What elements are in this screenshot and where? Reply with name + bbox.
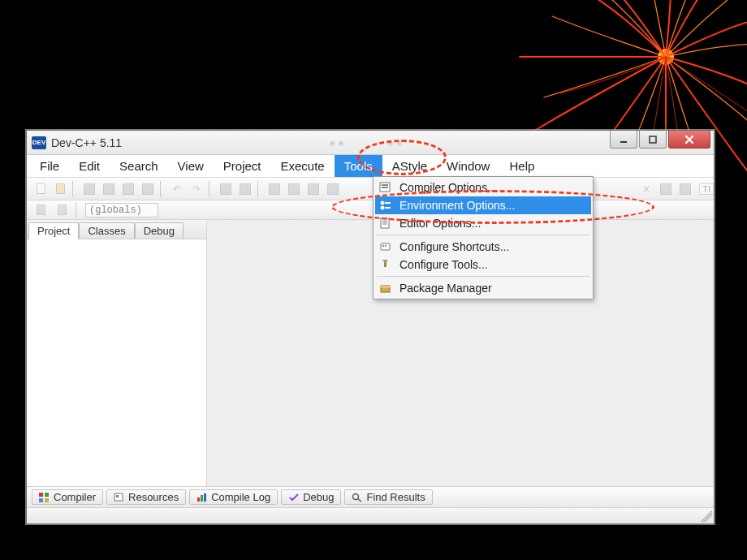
- toolbar-button[interactable]: [217, 181, 235, 197]
- bottom-tab-find-results[interactable]: Find Results: [344, 489, 432, 505]
- toolbar-button[interactable]: [657, 181, 675, 197]
- toolbar-button[interactable]: [324, 181, 342, 197]
- menu-tools[interactable]: Tools: [335, 155, 382, 177]
- new-file-button[interactable]: [32, 181, 50, 197]
- close-button[interactable]: [668, 131, 710, 149]
- menu-window[interactable]: Window: [437, 155, 499, 177]
- toolbar-button[interactable]: [285, 181, 303, 197]
- toolbar-button[interactable]: [119, 181, 137, 197]
- grid-icon: [39, 493, 50, 502]
- tools-icon: [378, 258, 393, 271]
- menu-edit[interactable]: Edit: [69, 155, 110, 177]
- svg-rect-6: [39, 498, 43, 502]
- toolbar-button[interactable]: [266, 181, 283, 197]
- tab-classes[interactable]: Classes: [79, 222, 134, 239]
- package-manager-icon: [378, 282, 393, 295]
- bottom-tab-label: Compiler: [54, 491, 96, 503]
- toolbar-button[interactable]: [139, 181, 157, 197]
- bottom-tab-compiler[interactable]: Compiler: [32, 489, 103, 505]
- toolbar-button[interactable]: [236, 181, 254, 197]
- toolbar-end-label: TI: [699, 183, 714, 195]
- menu-item-label: Configure Tools...: [399, 258, 488, 271]
- menu-execute[interactable]: Execute: [271, 155, 335, 177]
- tab-debug[interactable]: Debug: [135, 222, 184, 239]
- menu-astyle[interactable]: AStyle: [382, 155, 437, 177]
- svg-rect-31: [381, 286, 390, 288]
- svg-rect-27: [382, 245, 384, 247]
- menu-help[interactable]: Help: [499, 155, 544, 177]
- menu-item-package-manager[interactable]: Package Manager: [375, 279, 591, 297]
- svg-rect-7: [45, 498, 49, 502]
- svg-point-0: [658, 49, 674, 65]
- bars-icon: [196, 493, 208, 502]
- menu-item-configure-shortcuts[interactable]: Configure Shortcuts...: [375, 238, 591, 256]
- svg-line-14: [358, 499, 361, 502]
- check-icon: [288, 493, 300, 502]
- menu-item-label: Environment Options...: [399, 199, 515, 212]
- globals-combo[interactable]: (globals): [85, 203, 158, 218]
- svg-point-18: [381, 201, 384, 205]
- menu-item-label: Configure Shortcuts...: [399, 240, 509, 253]
- svg-rect-12: [204, 493, 206, 502]
- title-bar[interactable]: DEV Dev-C++ 5.11 ● ●● ●: [27, 131, 714, 155]
- menu-item-label: Editor Options...: [399, 217, 481, 230]
- maximize-button[interactable]: [639, 131, 667, 149]
- side-panel-tabs: Project Classes Debug: [27, 220, 206, 239]
- bottom-tab-compile-log[interactable]: Compile Log: [189, 489, 278, 505]
- menu-separator: [377, 235, 589, 235]
- status-bar: [27, 507, 714, 523]
- menu-search[interactable]: Search: [110, 155, 168, 177]
- minimize-button[interactable]: [610, 131, 637, 149]
- tab-project[interactable]: Project: [28, 222, 79, 239]
- svg-rect-21: [385, 207, 391, 209]
- svg-rect-3: [650, 136, 656, 143]
- main-body: Project Classes Debug: [27, 220, 714, 486]
- shortcuts-icon: [378, 240, 393, 253]
- bottom-panel-tabs: Compiler Resources Compile Log Debug Fin…: [27, 486, 714, 507]
- toolbar-button[interactable]: [304, 181, 322, 197]
- svg-rect-5: [45, 493, 49, 497]
- side-panel: Project Classes Debug: [27, 220, 207, 486]
- menu-item-label: Compiler Options...: [399, 181, 497, 194]
- menu-project[interactable]: Project: [214, 155, 271, 177]
- menu-bar: File Edit Search View Project Execute To…: [27, 155, 714, 178]
- svg-rect-11: [201, 495, 203, 502]
- svg-point-20: [381, 206, 384, 209]
- bottom-tab-resources[interactable]: Resources: [106, 489, 186, 505]
- svg-rect-17: [382, 187, 388, 188]
- menu-view[interactable]: View: [168, 155, 214, 177]
- menu-file[interactable]: File: [30, 155, 69, 177]
- main-toolbar: ↶ ↷ ✕ TI: [27, 178, 714, 200]
- open-button[interactable]: [51, 181, 69, 197]
- svg-rect-16: [382, 184, 388, 186]
- toolbar2-button[interactable]: [53, 202, 71, 218]
- title-blur-decor: ● ●● ●: [122, 137, 610, 149]
- toolbar-button[interactable]: [676, 181, 694, 197]
- menu-item-environment-options[interactable]: Environment Options...: [375, 196, 591, 214]
- resources-icon: [114, 493, 125, 502]
- svg-point-13: [353, 493, 359, 499]
- toolbar-button[interactable]: ✕: [637, 181, 655, 197]
- resize-grip-icon[interactable]: [701, 510, 712, 522]
- tools-dropdown: Compiler Options... Environment Options.…: [373, 176, 594, 299]
- menu-item-compiler-options[interactable]: Compiler Options...: [375, 179, 591, 196]
- menu-item-configure-tools[interactable]: Configure Tools...: [375, 256, 591, 274]
- redo-button[interactable]: ↷: [188, 181, 205, 197]
- menu-separator: [377, 276, 589, 277]
- bottom-tab-debug[interactable]: Debug: [281, 489, 341, 505]
- toolbar2-button[interactable]: [32, 202, 50, 218]
- compiler-options-icon: [378, 181, 393, 194]
- undo-button[interactable]: ↶: [168, 181, 186, 197]
- svg-rect-4: [39, 493, 43, 497]
- svg-rect-22: [381, 218, 389, 228]
- project-tree[interactable]: [27, 239, 206, 486]
- secondary-toolbar: (globals): [27, 200, 714, 220]
- search-icon: [352, 493, 363, 502]
- toolbar-button[interactable]: [80, 181, 98, 197]
- app-icon: DEV: [32, 136, 46, 149]
- bottom-tab-label: Debug: [303, 491, 334, 503]
- menu-item-editor-options[interactable]: Editor Options...: [375, 214, 591, 232]
- bottom-tab-label: Compile Log: [211, 491, 270, 503]
- window-title: Dev-C++ 5.11: [51, 136, 122, 149]
- toolbar-button[interactable]: [100, 181, 118, 197]
